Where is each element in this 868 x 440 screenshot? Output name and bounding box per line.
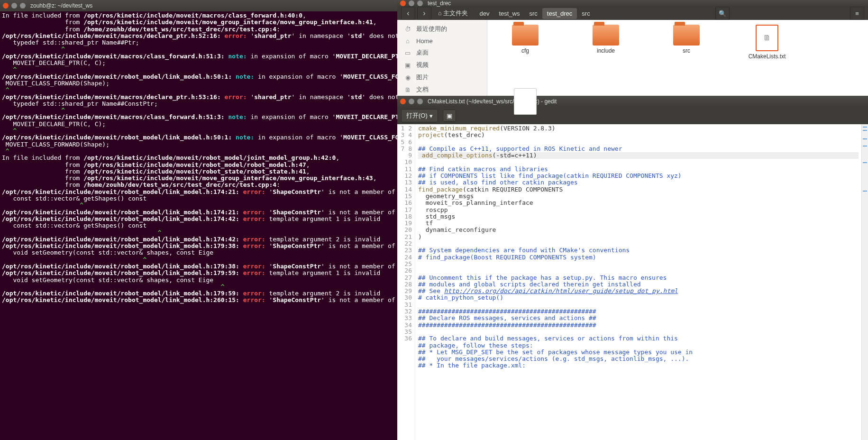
breadcrumb-item[interactable]: src [525, 8, 542, 19]
menu-button[interactable]: ≡ [850, 7, 864, 20]
file-label: src [683, 47, 690, 54]
file-label: CMakeLists.txt [749, 53, 786, 60]
minimize-icon[interactable] [11, 3, 17, 9]
sidebar-label: 视频 [416, 61, 429, 69]
close-icon[interactable] [400, 99, 406, 104]
sidebar-item[interactable]: ◉图片 [397, 71, 487, 83]
terminal-output[interactable]: In file included from /opt/ros/kinetic/i… [0, 11, 397, 305]
file-label: include [597, 47, 615, 54]
folder-icon [673, 25, 700, 46]
sidebar-icon: ◉ [404, 73, 411, 81]
file-icon [514, 88, 537, 115]
file-label: cfg [521, 47, 529, 54]
breadcrumb-item[interactable]: test_drec [542, 8, 577, 19]
open-button[interactable]: 打开(O) ▾ [401, 109, 438, 122]
folder-icon [593, 25, 619, 46]
editor-area[interactable]: 1 2 3 4 5 6 7 8 9 10 11 12 13 14 15 16 1… [397, 124, 868, 440]
sidebar-item[interactable]: ⌂Home [397, 35, 487, 46]
sidebar-label: 最近使用的 [416, 25, 447, 33]
maximize-icon[interactable] [417, 99, 423, 104]
sidebar-label: 图片 [416, 73, 429, 82]
back-button[interactable]: ‹ [401, 7, 415, 20]
file-manager-titlebar[interactable]: test_drec [397, 0, 868, 7]
minimap[interactable] [861, 124, 868, 440]
minimize-icon[interactable] [409, 0, 414, 6]
close-icon[interactable] [400, 0, 406, 6]
sidebar-item[interactable]: 🗎文档 [397, 83, 487, 96]
search-button[interactable]: 🔍 [715, 7, 730, 20]
file-item[interactable]: include [582, 25, 630, 60]
sidebar-icon: ⏱ [404, 25, 411, 33]
save-button[interactable]: ▣ [443, 110, 456, 122]
gedit-titlebar[interactable]: CMakeLists.txt (~/dev/test_ws/src/test_d… [397, 96, 868, 107]
sidebar-label: 桌面 [416, 48, 429, 57]
sidebar-icon: ⌂ [404, 37, 411, 45]
sidebar-item[interactable]: ▣视频 [397, 59, 487, 71]
file-item[interactable]: 🗎CMakeLists.txt [743, 25, 791, 60]
sidebar-label: Home [416, 37, 433, 45]
folder-icon [512, 25, 539, 46]
breadcrumb-item[interactable]: src [577, 8, 594, 19]
save-icon: ▣ [447, 112, 452, 119]
sidebar-icon: ▣ [404, 61, 411, 69]
sidebar-icon: 🗎 [404, 86, 411, 93]
line-gutter: 1 2 3 4 5 6 7 8 9 10 11 12 13 14 15 16 1… [397, 124, 415, 440]
breadcrumb-item[interactable]: test_ws [494, 8, 524, 19]
terminal-title: zouhb@z: ~/dev/test_ws [30, 2, 92, 9]
terminal-window: zouhb@z: ~/dev/test_ws In file included … [0, 0, 397, 440]
gedit-window: CMakeLists.txt (~/dev/test_ws/src/test_d… [397, 96, 868, 440]
gedit-title: CMakeLists.txt (~/dev/test_ws/src/test_d… [428, 98, 557, 105]
sidebar-item[interactable]: ▭桌面 [397, 46, 487, 59]
sidebar-icon: ▭ [404, 49, 411, 56]
file-item[interactable]: src [663, 25, 710, 60]
file-manager-title: test_drec [428, 0, 451, 7]
file-manager-toolbar: ‹ › ⌂ 主文件夹 devtest_wssrctest_drecsrc 🔍 ≡ [397, 7, 868, 20]
minimize-icon[interactable] [409, 99, 414, 104]
forward-button[interactable]: › [417, 7, 431, 20]
maximize-icon[interactable] [20, 3, 26, 9]
breadcrumb-item[interactable]: dev [475, 8, 494, 19]
terminal-titlebar[interactable]: zouhb@z: ~/dev/test_ws [0, 0, 397, 11]
code-content[interactable]: cmake_minimum_required(VERSION 2.8.3) pr… [415, 124, 861, 440]
breadcrumb-home[interactable]: ⌂ 主文件夹 [433, 7, 473, 19]
close-icon[interactable] [3, 3, 9, 9]
file-manager-window: test_drec ‹ › ⌂ 主文件夹 devtest_wssrctest_d… [397, 0, 868, 96]
chevron-down-icon: ▾ [429, 112, 433, 119]
maximize-icon[interactable] [417, 0, 423, 6]
file-item[interactable]: cfg [502, 25, 549, 60]
sidebar-label: 文档 [416, 85, 429, 94]
file-icon: 🗎 [756, 25, 778, 51]
gedit-toolbar: 打开(O) ▾ ▣ [397, 107, 868, 124]
sidebar-item[interactable]: ⏱最近使用的 [397, 23, 487, 35]
